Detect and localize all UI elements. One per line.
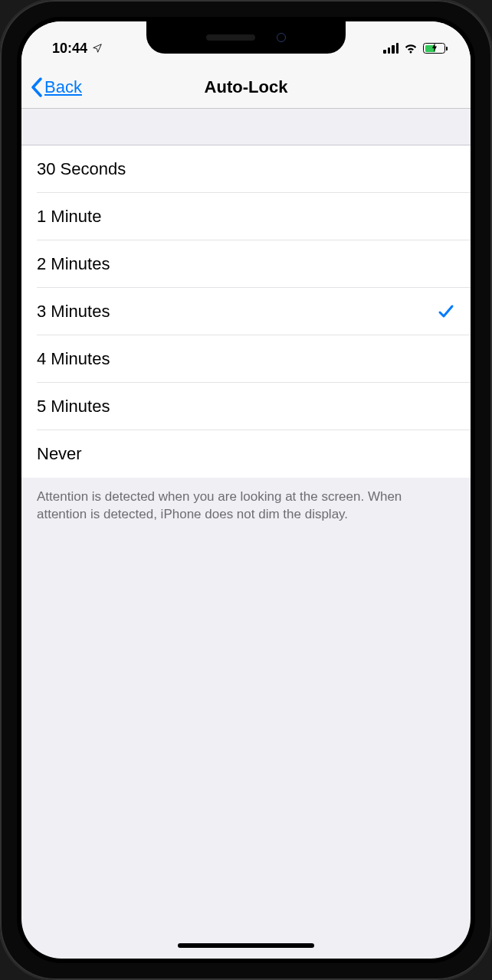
back-label: Back <box>44 77 82 97</box>
auto-lock-option[interactable]: 2 Minutes <box>21 240 471 288</box>
option-label: 1 Minute <box>37 207 101 227</box>
location-icon <box>92 43 103 54</box>
footer-description: Attention is detected when you are looki… <box>21 478 471 534</box>
battery-icon <box>423 43 448 54</box>
navigation-bar: Back Auto-Lock <box>21 66 471 109</box>
status-time: 10:44 <box>52 41 87 57</box>
option-label: 5 Minutes <box>37 397 110 416</box>
cellular-signal-icon <box>383 43 399 54</box>
wifi-icon <box>403 43 418 54</box>
auto-lock-option[interactable]: Never <box>21 430 471 478</box>
chevron-left-icon <box>31 77 43 97</box>
auto-lock-options-list: 30 Seconds1 Minute2 Minutes3 Minutes4 Mi… <box>21 145 471 478</box>
back-button[interactable]: Back <box>31 77 82 97</box>
option-label: 2 Minutes <box>37 254 110 274</box>
option-label: 3 Minutes <box>37 302 110 322</box>
checkmark-icon <box>437 302 455 321</box>
option-label: 4 Minutes <box>37 349 110 369</box>
option-label: Never <box>37 444 82 464</box>
auto-lock-option[interactable]: 30 Seconds <box>21 145 471 193</box>
home-indicator[interactable] <box>178 943 314 948</box>
option-label: 30 Seconds <box>37 159 126 179</box>
auto-lock-option[interactable]: 1 Minute <box>21 193 471 240</box>
auto-lock-option[interactable]: 4 Minutes <box>21 335 471 383</box>
auto-lock-option[interactable]: 5 Minutes <box>21 383 471 430</box>
page-title: Auto-Lock <box>21 77 471 97</box>
auto-lock-option[interactable]: 3 Minutes <box>21 288 471 335</box>
